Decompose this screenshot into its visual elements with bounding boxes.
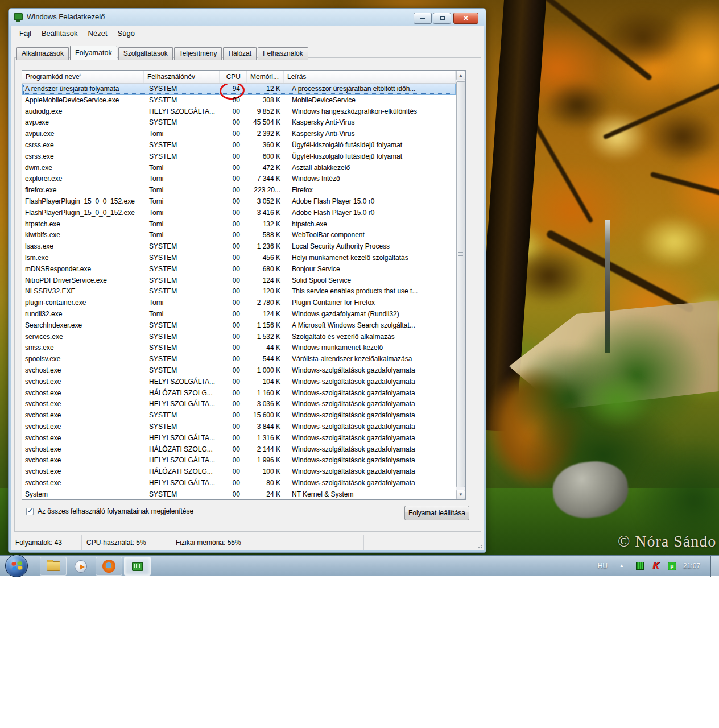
process-row[interactable]: htpatch.exe Tomi 00 132 K htpatch.exe	[22, 219, 456, 230]
process-name: svchost.exe	[22, 365, 144, 377]
process-row[interactable]: svchost.exe HELYI SZOLGÁLTA... 00 1 316 …	[22, 433, 456, 444]
process-row[interactable]: NLSSRV32.EXE SYSTEM 00 120 K This servic…	[22, 286, 456, 297]
vertical-scrollbar[interactable]: ▲ ▼	[456, 71, 465, 499]
process-row[interactable]: AppleMobileDeviceService.exe SYSTEM 00 3…	[22, 95, 456, 106]
process-row[interactable]: svchost.exe HELYI SZOLGÁLTA... 00 3 036 …	[22, 399, 456, 410]
process-row[interactable]: NitroPDFDriverService.exe SYSTEM 00 124 …	[22, 275, 456, 287]
tab[interactable]: Folyamatok	[70, 46, 117, 60]
process-row[interactable]: svchost.exe HÁLÓZATI SZOLG... 00 2 144 K…	[22, 444, 456, 456]
kaspersky-tray-icon[interactable]: K	[651, 561, 661, 570]
process-user: Tomi	[144, 185, 220, 196]
start-button[interactable]	[5, 555, 28, 577]
process-description: Windows-szolgáltatások gazdafolyamata	[284, 466, 456, 478]
process-row[interactable]: svchost.exe HELYI SZOLGÁLTA... 00 104 K …	[22, 377, 456, 388]
menu-item[interactable]: Nézet	[83, 27, 113, 40]
process-memory: 100 K	[247, 466, 284, 478]
scroll-down-button[interactable]: ▼	[456, 490, 465, 499]
process-description: Windows-szolgáltatások gazdafolyamata	[284, 365, 456, 377]
maximize-button[interactable]	[433, 13, 451, 24]
close-button[interactable]: ✕	[453, 13, 478, 24]
process-rows: A rendszer üresjárati folyamata SYSTEM 9…	[22, 84, 456, 499]
process-user: SYSTEM	[144, 264, 220, 275]
tab[interactable]: Felhasználók	[258, 47, 308, 60]
process-user: SYSTEM	[144, 320, 220, 332]
taskbar-button-media-player[interactable]	[72, 557, 89, 576]
process-user: Tomi	[144, 230, 220, 241]
show-hidden-icons-button[interactable]: ▲	[615, 561, 628, 571]
column-header-cpu[interactable]: CPU	[220, 71, 247, 83]
process-description: Windows-szolgáltatások gazdafolyamata	[284, 433, 456, 444]
process-cpu: 00	[220, 106, 247, 118]
process-row[interactable]: firefox.exe Tomi 00 223 20... Firefox	[22, 185, 456, 196]
process-user: Tomi	[144, 173, 220, 185]
process-row[interactable]: svchost.exe SYSTEM 00 15 600 K Windows-s…	[22, 410, 456, 421]
tab[interactable]: Hálózat	[223, 47, 257, 60]
process-row[interactable]: avpui.exe Tomi 00 2 392 K Kaspersky Anti…	[22, 129, 456, 140]
wallpaper-foliage	[592, 0, 694, 74]
tab[interactable]: Szolgáltatások	[118, 47, 173, 60]
menu-item[interactable]: Súgó	[113, 27, 140, 40]
process-description: Windows-szolgáltatások gazdafolyamata	[284, 444, 456, 456]
title-bar[interactable]: Windows Feladatkezelő ✕	[9, 9, 486, 26]
process-description: Local Security Authority Process	[284, 241, 456, 253]
process-row[interactable]: lsass.exe SYSTEM 00 1 236 K Local Securi…	[22, 241, 456, 253]
process-name: explorer.exe	[22, 173, 144, 185]
process-row[interactable]: rundll32.exe Tomi 00 124 K Windows gazda…	[22, 309, 456, 320]
process-row[interactable]: plugin-container.exe Tomi 00 2 780 K Plu…	[22, 297, 456, 309]
language-indicator[interactable]: HU	[598, 562, 608, 570]
clock[interactable]: 21:07	[683, 562, 700, 570]
process-row[interactable]: FlashPlayerPlugin_15_0_0_152.exe Tomi 00…	[22, 196, 456, 208]
show-desktop-button[interactable]	[710, 556, 719, 577]
menu-item[interactable]: Beállítások	[36, 27, 83, 40]
process-row[interactable]: svchost.exe SYSTEM 00 3 844 K Windows-sz…	[22, 421, 456, 433]
process-user: SYSTEM	[144, 117, 220, 129]
column-header-memory[interactable]: Memóri...	[247, 71, 284, 83]
process-cpu: 00	[220, 230, 247, 241]
column-header-description[interactable]: Leírás	[284, 71, 456, 83]
process-row[interactable]: csrss.exe SYSTEM 00 360 K Ügyfél-kiszolg…	[22, 140, 456, 151]
minimize-button[interactable]	[414, 13, 432, 24]
process-memory: 360 K	[247, 140, 284, 151]
process-row[interactable]: explorer.exe Tomi 00 7 344 K Windows Int…	[22, 173, 456, 185]
process-description: Windows-szolgáltatások gazdafolyamata	[284, 377, 456, 388]
process-row[interactable]: dwm.exe Tomi 00 472 K Asztali ablakkezel…	[22, 163, 456, 174]
process-row[interactable]: smss.exe SYSTEM 00 44 K Windows munkamen…	[22, 342, 456, 354]
process-row[interactable]: spoolsv.exe SYSTEM 00 544 K Várólista-al…	[22, 354, 456, 365]
process-row[interactable]: services.exe SYSTEM 00 1 532 K Szolgálta…	[22, 332, 456, 343]
process-row[interactable]: audiodg.exe HELYI SZOLGÁLTA... 00 9 852 …	[22, 106, 456, 118]
menu-item[interactable]: Fájl	[14, 27, 36, 40]
scrollbar-thumb[interactable]	[456, 81, 465, 487]
green-bars-tray-icon[interactable]	[636, 562, 644, 570]
taskbar-button-explorer[interactable]	[40, 557, 67, 576]
process-row[interactable]: csrss.exe SYSTEM 00 600 K Ügyfél-kiszolg…	[22, 151, 456, 163]
utorrent-tray-icon[interactable]: µ	[668, 562, 676, 570]
process-row[interactable]: svchost.exe HÁLÓZATI SZOLG... 00 100 K W…	[22, 466, 456, 478]
show-all-users-checkbox[interactable]	[26, 508, 34, 515]
process-row[interactable]: FlashPlayerPlugin_15_0_0_152.exe Tomi 00…	[22, 208, 456, 219]
process-row[interactable]: svchost.exe HELYI SZOLGÁLTA... 00 1 996 …	[22, 455, 456, 466]
resize-grip[interactable]	[477, 543, 482, 549]
process-row[interactable]: svchost.exe HÁLÓZATI SZOLG... 00 1 160 K…	[22, 388, 456, 399]
process-user: SYSTEM	[144, 241, 220, 253]
scroll-up-button[interactable]: ▲	[456, 71, 465, 80]
process-row[interactable]: lsm.exe SYSTEM 00 456 K Helyi munkamenet…	[22, 253, 456, 264]
process-row[interactable]: svchost.exe SYSTEM 00 1 000 K Windows-sz…	[22, 365, 456, 377]
column-header-name[interactable]: Programkód neve ▲	[22, 71, 144, 83]
process-memory: 24 K	[247, 489, 284, 499]
taskbar-button-task-manager[interactable]	[124, 557, 151, 576]
tab[interactable]: Alkalmazások	[16, 47, 69, 60]
process-row[interactable]: System SYSTEM 00 24 K NT Kernel & System	[22, 489, 456, 499]
process-row[interactable]: A rendszer üresjárati folyamata SYSTEM 9…	[22, 84, 456, 95]
taskbar-button-firefox[interactable]	[96, 557, 122, 576]
process-memory: 80 K	[247, 478, 284, 489]
process-row[interactable]: avp.exe SYSTEM 00 45 504 K Kaspersky Ant…	[22, 117, 456, 129]
end-process-button[interactable]: Folyamat leállítása	[404, 506, 469, 520]
process-row[interactable]: mDNSResponder.exe SYSTEM 00 680 K Bonjou…	[22, 264, 456, 275]
process-user: SYSTEM	[144, 151, 220, 163]
process-row[interactable]: klwtblfs.exe Tomi 00 588 K WebToolBar co…	[22, 230, 456, 241]
process-description: MobileDeviceService	[284, 95, 456, 106]
process-row[interactable]: SearchIndexer.exe SYSTEM 00 1 156 K A Mi…	[22, 320, 456, 332]
process-row[interactable]: svchost.exe HELYI SZOLGÁLTA... 00 80 K W…	[22, 478, 456, 489]
column-header-user[interactable]: Felhasználónév	[144, 71, 220, 83]
tab[interactable]: Teljesítmény	[174, 47, 222, 60]
